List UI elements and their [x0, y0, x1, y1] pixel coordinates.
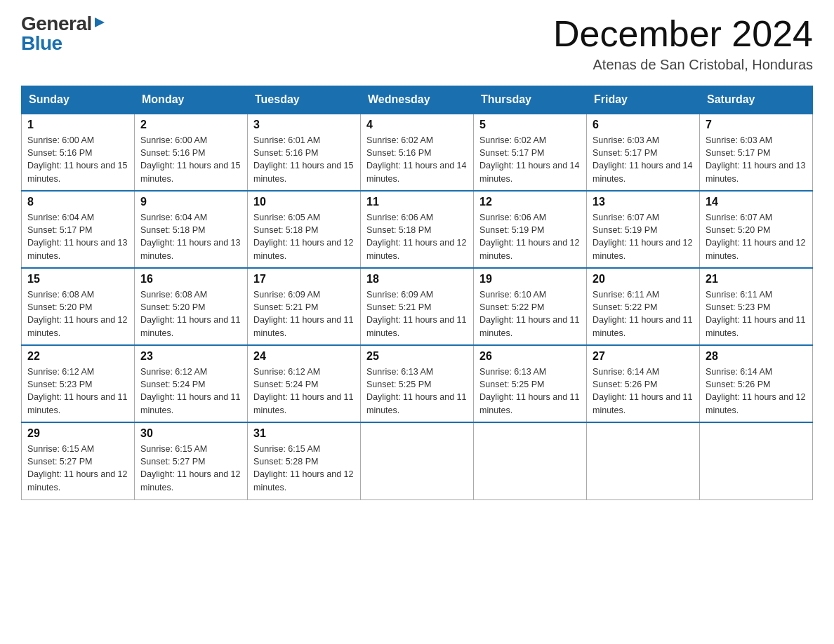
calendar-cell: 14 Sunrise: 6:07 AMSunset: 5:20 PMDaylig… — [700, 191, 813, 268]
day-number: 1 — [27, 119, 128, 131]
day-number: 21 — [706, 273, 807, 286]
day-info: Sunrise: 6:00 AMSunset: 5:16 PMDaylight:… — [27, 135, 127, 183]
calendar-cell — [474, 422, 587, 499]
calendar-cell: 30 Sunrise: 6:15 AMSunset: 5:27 PMDaylig… — [135, 422, 248, 499]
logo-general-text: General — [21, 14, 92, 34]
day-info: Sunrise: 6:11 AMSunset: 5:22 PMDaylight:… — [593, 290, 692, 337]
weekday-header-row: SundayMondayTuesdayWednesdayThursdayFrid… — [22, 86, 813, 114]
day-info: Sunrise: 6:15 AMSunset: 5:27 PMDaylight:… — [140, 444, 240, 492]
day-info: Sunrise: 6:02 AMSunset: 5:16 PMDaylight:… — [366, 135, 466, 183]
weekday-header-saturday: Saturday — [700, 86, 813, 114]
weekday-header-sunday: Sunday — [22, 86, 135, 114]
calendar-cell: 27 Sunrise: 6:14 AMSunset: 5:26 PMDaylig… — [587, 345, 700, 422]
calendar-cell: 24 Sunrise: 6:12 AMSunset: 5:24 PMDaylig… — [248, 345, 361, 422]
day-info: Sunrise: 6:07 AMSunset: 5:20 PMDaylight:… — [706, 213, 805, 260]
calendar-cell: 21 Sunrise: 6:11 AMSunset: 5:23 PMDaylig… — [700, 268, 813, 345]
day-info: Sunrise: 6:09 AMSunset: 5:21 PMDaylight:… — [253, 290, 353, 337]
day-info: Sunrise: 6:08 AMSunset: 5:20 PMDaylight:… — [27, 290, 127, 337]
calendar-cell: 4 Sunrise: 6:02 AMSunset: 5:16 PMDayligh… — [361, 114, 474, 191]
day-info: Sunrise: 6:07 AMSunset: 5:19 PMDaylight:… — [593, 213, 692, 260]
calendar-cell — [587, 422, 700, 499]
calendar-cell: 7 Sunrise: 6:03 AMSunset: 5:17 PMDayligh… — [700, 114, 813, 191]
day-number: 26 — [479, 350, 581, 363]
day-info: Sunrise: 6:04 AMSunset: 5:18 PMDaylight:… — [140, 213, 240, 260]
day-number: 20 — [593, 273, 694, 286]
calendar-cell: 31 Sunrise: 6:15 AMSunset: 5:28 PMDaylig… — [248, 422, 361, 499]
day-number: 2 — [140, 119, 241, 131]
week-row-2: 8 Sunrise: 6:04 AMSunset: 5:17 PMDayligh… — [22, 191, 813, 268]
day-info: Sunrise: 6:15 AMSunset: 5:27 PMDaylight:… — [27, 444, 127, 492]
day-info: Sunrise: 6:06 AMSunset: 5:19 PMDaylight:… — [479, 213, 579, 260]
day-info: Sunrise: 6:08 AMSunset: 5:20 PMDaylight:… — [140, 290, 240, 337]
calendar-cell: 1 Sunrise: 6:00 AMSunset: 5:16 PMDayligh… — [22, 114, 135, 191]
month-title: December 2024 — [553, 14, 813, 54]
calendar-cell: 26 Sunrise: 6:13 AMSunset: 5:25 PMDaylig… — [474, 345, 587, 422]
week-row-4: 22 Sunrise: 6:12 AMSunset: 5:23 PMDaylig… — [22, 345, 813, 422]
day-number: 22 — [27, 350, 128, 363]
calendar-cell: 22 Sunrise: 6:12 AMSunset: 5:23 PMDaylig… — [22, 345, 135, 422]
day-number: 10 — [253, 196, 355, 208]
day-info: Sunrise: 6:02 AMSunset: 5:17 PMDaylight:… — [479, 135, 579, 183]
day-info: Sunrise: 6:09 AMSunset: 5:21 PMDaylight:… — [366, 290, 466, 337]
calendar-cell — [700, 422, 813, 499]
location-subtitle: Atenas de San Cristobal, Honduras — [553, 57, 813, 73]
calendar-cell: 16 Sunrise: 6:08 AMSunset: 5:20 PMDaylig… — [135, 268, 248, 345]
calendar-cell: 29 Sunrise: 6:15 AMSunset: 5:27 PMDaylig… — [22, 422, 135, 499]
day-info: Sunrise: 6:00 AMSunset: 5:16 PMDaylight:… — [140, 135, 240, 183]
day-number: 19 — [479, 273, 581, 286]
day-number: 9 — [140, 196, 241, 208]
day-number: 17 — [253, 273, 355, 286]
day-number: 6 — [593, 119, 694, 131]
day-info: Sunrise: 6:03 AMSunset: 5:17 PMDaylight:… — [706, 135, 805, 183]
calendar-cell: 8 Sunrise: 6:04 AMSunset: 5:17 PMDayligh… — [22, 191, 135, 268]
logo-triangle-icon — [93, 16, 106, 29]
calendar-table: SundayMondayTuesdayWednesdayThursdayFrid… — [21, 86, 813, 500]
day-info: Sunrise: 6:10 AMSunset: 5:22 PMDaylight:… — [479, 290, 579, 337]
weekday-header-tuesday: Tuesday — [248, 86, 361, 114]
day-info: Sunrise: 6:03 AMSunset: 5:17 PMDaylight:… — [593, 135, 692, 183]
day-number: 16 — [140, 273, 241, 286]
day-number: 11 — [366, 196, 468, 208]
calendar-cell: 28 Sunrise: 6:14 AMSunset: 5:26 PMDaylig… — [700, 345, 813, 422]
day-number: 13 — [593, 196, 694, 208]
calendar-cell: 23 Sunrise: 6:12 AMSunset: 5:24 PMDaylig… — [135, 345, 248, 422]
calendar-cell: 15 Sunrise: 6:08 AMSunset: 5:20 PMDaylig… — [22, 268, 135, 345]
calendar-cell: 17 Sunrise: 6:09 AMSunset: 5:21 PMDaylig… — [248, 268, 361, 345]
day-number: 7 — [706, 119, 807, 131]
day-number: 14 — [706, 196, 807, 208]
day-info: Sunrise: 6:05 AMSunset: 5:18 PMDaylight:… — [253, 213, 353, 260]
day-number: 29 — [27, 427, 128, 440]
weekday-header-friday: Friday — [587, 86, 700, 114]
calendar-cell — [361, 422, 474, 499]
weekday-header-thursday: Thursday — [474, 86, 587, 114]
week-row-1: 1 Sunrise: 6:00 AMSunset: 5:16 PMDayligh… — [22, 114, 813, 191]
day-number: 24 — [253, 350, 355, 363]
calendar-cell: 11 Sunrise: 6:06 AMSunset: 5:18 PMDaylig… — [361, 191, 474, 268]
calendar-cell: 6 Sunrise: 6:03 AMSunset: 5:17 PMDayligh… — [587, 114, 700, 191]
day-number: 31 — [253, 427, 355, 440]
day-number: 27 — [593, 350, 694, 363]
logo-blue-text: Blue — [21, 32, 62, 54]
day-info: Sunrise: 6:13 AMSunset: 5:25 PMDaylight:… — [479, 367, 579, 415]
week-row-3: 15 Sunrise: 6:08 AMSunset: 5:20 PMDaylig… — [22, 268, 813, 345]
day-number: 28 — [706, 350, 807, 363]
calendar-cell: 25 Sunrise: 6:13 AMSunset: 5:25 PMDaylig… — [361, 345, 474, 422]
day-info: Sunrise: 6:06 AMSunset: 5:18 PMDaylight:… — [366, 213, 466, 260]
day-info: Sunrise: 6:15 AMSunset: 5:28 PMDaylight:… — [253, 444, 353, 492]
header: General Blue December 2024 Atenas de San… — [21, 14, 813, 73]
calendar-cell: 10 Sunrise: 6:05 AMSunset: 5:18 PMDaylig… — [248, 191, 361, 268]
day-info: Sunrise: 6:11 AMSunset: 5:23 PMDaylight:… — [706, 290, 805, 337]
weekday-header-monday: Monday — [135, 86, 248, 114]
day-number: 30 — [140, 427, 241, 440]
day-number: 4 — [366, 119, 468, 131]
day-info: Sunrise: 6:12 AMSunset: 5:23 PMDaylight:… — [27, 367, 127, 415]
calendar-cell: 9 Sunrise: 6:04 AMSunset: 5:18 PMDayligh… — [135, 191, 248, 268]
calendar-cell: 18 Sunrise: 6:09 AMSunset: 5:21 PMDaylig… — [361, 268, 474, 345]
week-row-5: 29 Sunrise: 6:15 AMSunset: 5:27 PMDaylig… — [22, 422, 813, 499]
day-number: 5 — [479, 119, 581, 131]
day-info: Sunrise: 6:13 AMSunset: 5:25 PMDaylight:… — [366, 367, 466, 415]
calendar-cell: 2 Sunrise: 6:00 AMSunset: 5:16 PMDayligh… — [135, 114, 248, 191]
title-area: December 2024 Atenas de San Cristobal, H… — [553, 14, 813, 73]
calendar-cell: 13 Sunrise: 6:07 AMSunset: 5:19 PMDaylig… — [587, 191, 700, 268]
day-info: Sunrise: 6:12 AMSunset: 5:24 PMDaylight:… — [140, 367, 240, 415]
